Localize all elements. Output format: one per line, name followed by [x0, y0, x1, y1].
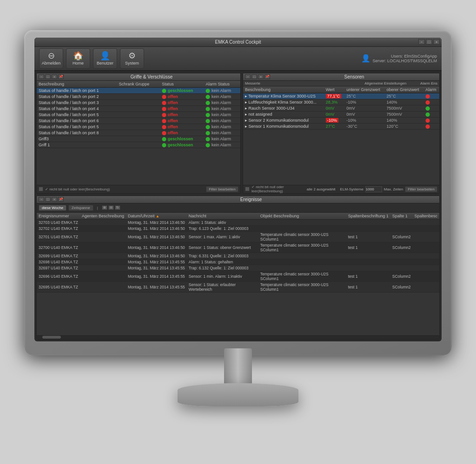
griffe-max-btn[interactable]: □ — [45, 74, 51, 79]
sensoren-maxzeilen-label: Max. Zeilen — [384, 187, 403, 191]
griffe-row-alarm: ⬤ kein Alarm — [204, 118, 240, 124]
sensoren-elm-input[interactable] — [365, 186, 382, 192]
s-row-wert: 0mV — [324, 105, 345, 111]
griffe-row-status: ⬤ geschlossen — [160, 87, 204, 93]
griffe-row-schrank — [117, 130, 160, 136]
e-row-nachricht: Sensor: 1 max. Alarm: 1:aktiv — [187, 231, 258, 242]
sensoren-max-btn[interactable]: □ — [251, 74, 257, 79]
sensoren-filter-btn[interactable]: Filter bearbeiten — [405, 186, 437, 192]
sensoren-min-btn[interactable]: − — [245, 74, 251, 79]
ereignisse-scrollbar[interactable] — [37, 335, 439, 339]
s-row-alarm: ⬤ — [423, 93, 439, 99]
griffe-close-btn[interactable]: × — [52, 74, 57, 79]
abmelden-button[interactable]: ⊖ Abmelden — [39, 48, 63, 69]
s-row-wert: 28,3% — [324, 99, 345, 105]
griffe-row-beschreibung: Status of handle / latch on port 2 — [37, 93, 117, 99]
e-row-spb — [412, 281, 439, 292]
griffe-min-btn[interactable]: − — [39, 74, 44, 79]
sensoren-table: Beschreibung Wert unterer Grenzwert ober… — [243, 86, 439, 130]
e-row-agent — [80, 271, 126, 281]
e-row-s1 — [390, 253, 413, 259]
e-row-datum: Montag, 31. März 2014 13:46:50 — [126, 231, 187, 242]
s-row-wert: -10% — [324, 117, 345, 123]
ereignisse-table-scroll[interactable]: Ereignisnummer Agenten Beschreibung Datu… — [37, 213, 439, 335]
griffe-filter-checkbox[interactable] — [39, 187, 43, 191]
benutzer-button[interactable]: 👤 Benutzer — [93, 48, 117, 69]
system-button[interactable]: ⚙ System — [120, 48, 144, 69]
griffe-row-beschreibung: Status of handle / latch on port 1 — [37, 87, 117, 93]
ereignisse-close-btn[interactable]: × — [52, 197, 57, 202]
e-row-agent — [80, 281, 126, 292]
ereignisse-toolbar: diese Woche Zeitspanne | ⊕ ⊖ ↻ — [37, 203, 439, 213]
window-controls: − □ × — [418, 39, 440, 45]
ereignisse-min-btn[interactable]: − — [39, 197, 44, 202]
home-button[interactable]: 🏠 Home — [66, 48, 90, 69]
griffe-pin-btn[interactable]: 📌 — [58, 74, 64, 79]
e-row-nachricht: Alarm: 1 Status: gehalten — [187, 259, 258, 265]
griffe-row-beschreibung: Status of handle / latch on port 5 — [37, 111, 117, 118]
e-row-s1 — [390, 225, 413, 231]
e-row-datum: Montag, 31. März 2014 13:46:50 — [126, 253, 187, 259]
e-row-nachricht: Trap: 6.123 Quelle: 1: Ziel 000003 — [187, 225, 258, 231]
sensoren-filter-checkbox[interactable] — [245, 187, 250, 191]
griffe-table: Beschreibung Schrank Gruppe Status Alarm… — [37, 81, 240, 148]
ereignisse-pin-btn[interactable]: 📌 — [58, 197, 64, 202]
sensoren-title: Sensoren — [271, 74, 437, 79]
e-row-sp1 — [346, 225, 390, 231]
e-row-agent — [80, 219, 126, 225]
e-row-objekt — [258, 219, 346, 225]
griffe-row-beschreibung: Status of handle / latch on port 4 — [37, 105, 117, 111]
e-row-agent — [80, 231, 126, 242]
griffe-table-scroll[interactable]: Beschreibung Schrank Gruppe Status Alarm… — [37, 81, 240, 185]
e-row-sp1: test 1 — [346, 242, 390, 253]
sensoren-pin-btn[interactable]: 📌 — [264, 74, 270, 79]
e-row-nr: 32696 U140 EMKA TZ — [37, 271, 80, 281]
sensoren-table-scroll[interactable]: Beschreibung Wert unterer Grenzwert ober… — [243, 86, 439, 185]
e-row-datum: Montag, 31. März 2014 13:45:55 — [126, 281, 187, 292]
ereignisse-table: Ereignisnummer Agenten Beschreibung Datu… — [37, 213, 439, 293]
griffe-row-status: ⬤ offen — [160, 111, 204, 118]
griffe-row-status: ⬤ offen — [160, 130, 204, 136]
zeitspanne-btn[interactable]: Zeitspanne — [68, 205, 93, 211]
griffe-row-alarm: ⬤ kein Alarm — [204, 136, 240, 142]
sensoren-close-btn[interactable]: × — [258, 74, 264, 79]
ereignisse-max-btn[interactable]: □ — [45, 197, 51, 202]
close-btn[interactable]: × — [433, 39, 440, 45]
sensoren-summary: alle 2 ausgewählt — [307, 187, 336, 191]
monitor-stand-base — [178, 383, 298, 406]
benutzer-label: Benutzer — [97, 61, 113, 65]
maximize-btn[interactable]: □ — [426, 39, 432, 45]
diese-woche-btn[interactable]: diese Woche — [39, 205, 66, 211]
griffe-row-schrank — [117, 118, 160, 124]
sensoren-titlebar: − □ × 📌 Sensoren — [243, 73, 439, 81]
griffe-footer: ✓ nicht bit null oder leer(Beschreibung)… — [37, 185, 240, 193]
s-row-unterer: -10% — [344, 99, 384, 105]
home-icon: 🏠 — [73, 52, 83, 60]
e-col-nachricht: Nachricht — [187, 213, 258, 220]
e-row-nr: 32702 U140 EMKA TZ — [37, 225, 80, 231]
system-icon: ⚙ — [128, 52, 136, 60]
s-col-oberer: oberer Grenzwert — [385, 86, 424, 93]
minimize-btn[interactable]: − — [418, 39, 425, 45]
monitor-bezel: EMKA Control Cockpit − □ × ⊖ Abmelden 🏠 — [24, 30, 452, 355]
e-row-sp1: test 1 — [346, 231, 390, 242]
e-row-agent — [80, 253, 126, 259]
evt-btn2[interactable]: ⊖ — [108, 205, 114, 210]
e-row-objekt — [258, 265, 346, 271]
griffe-row-beschreibung: Status of handle / latch on port 3 — [37, 99, 117, 105]
e-col-sp1: Spaltenbeschriftung 1 — [346, 213, 390, 220]
griffe-row-alarm: ⬤ kein Alarm — [204, 124, 240, 130]
e-row-datum: Montag, 31. März 2014 13:46:50 — [126, 242, 187, 253]
evt-btn1[interactable]: ⊕ — [102, 205, 107, 210]
col-status: Status — [160, 81, 204, 88]
ereignisse-content: Ereignisnummer Agenten Beschreibung Datu… — [37, 213, 439, 335]
griffe-panel: − □ × 📌 Griffe & Verschlüsse — [36, 73, 241, 194]
sensoren-general-label: Messerte — [245, 81, 364, 85]
griffe-row-status: ⬤ offen — [160, 99, 204, 105]
e-row-spb — [412, 253, 439, 259]
e-row-datum: Montag, 31. März 2014 13:46:50 — [126, 225, 187, 231]
griffe-filter-btn[interactable]: Filter bearbeiten — [206, 186, 238, 192]
griffe-row-alarm: ⬤ kein Alarm — [204, 99, 240, 105]
evt-btn3[interactable]: ↻ — [115, 205, 120, 210]
user-avatar-icon: 👤 — [361, 54, 370, 63]
